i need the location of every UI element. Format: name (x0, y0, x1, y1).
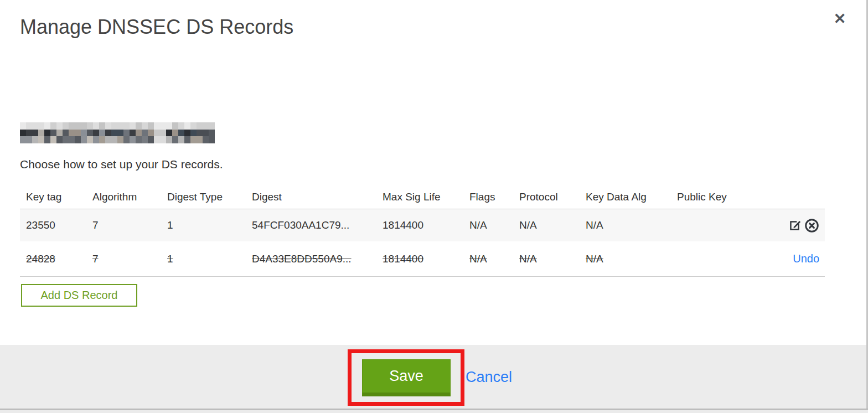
cell-algorithm: 7 (92, 219, 167, 231)
window-bottom-strip (0, 410, 868, 413)
cell-digest-type: 1 (167, 253, 252, 265)
table-row-deleted: 24828 7 1 D4A33E8DD550A9... 1814400 N/A … (20, 241, 825, 277)
remove-icon[interactable] (804, 218, 819, 233)
dnssec-modal: Manage DNSSEC DS Records ✕ Choose how to… (0, 0, 868, 413)
cell-flags: N/A (469, 253, 519, 265)
undo-link[interactable]: Undo (793, 252, 819, 265)
save-button[interactable]: Save (362, 359, 451, 396)
cancel-link[interactable]: Cancel (466, 369, 512, 386)
cell-digest: D4A33E8DD550A9... (252, 253, 383, 265)
cell-digest-type: 1 (167, 219, 252, 231)
add-ds-record-button[interactable]: Add DS Record (21, 284, 137, 307)
cell-key-tag: 24828 (26, 253, 92, 265)
cell-protocol: N/A (519, 219, 586, 231)
table-row: 23550 7 1 54FCF030AA1C79... 1814400 N/A … (20, 209, 825, 241)
row-actions (677, 218, 825, 233)
row-actions: Undo (677, 252, 825, 265)
edit-icon[interactable] (787, 218, 802, 233)
page-title: Manage DNSSEC DS Records (20, 16, 293, 39)
close-icon[interactable]: ✕ (830, 9, 850, 29)
cell-digest: 54FCF030AA1C79... (252, 219, 383, 231)
cell-max-sig-life: 1814400 (383, 219, 469, 231)
column-header-digest-type: Digest Type (167, 191, 252, 203)
cell-flags: N/A (469, 219, 519, 231)
column-header-public-key: Public Key (677, 191, 825, 203)
cell-algorithm: 7 (92, 253, 167, 265)
redacted-domain (20, 122, 215, 143)
column-header-protocol: Protocol (519, 191, 586, 203)
table-header-row: Key tag Algorithm Digest Type Digest Max… (20, 185, 825, 209)
cell-max-sig-life: 1814400 (383, 253, 469, 265)
column-header-algorithm: Algorithm (92, 191, 167, 203)
column-header-flags: Flags (469, 191, 519, 203)
ds-records-table: Key tag Algorithm Digest Type Digest Max… (20, 185, 825, 277)
column-header-max-sig-life: Max Sig Life (383, 191, 469, 203)
column-header-digest: Digest (252, 191, 383, 203)
instruction-text: Choose how to set up your DS records. (20, 158, 223, 171)
cell-key-tag: 23550 (26, 219, 92, 231)
cell-key-data-alg: N/A (586, 219, 677, 231)
cell-protocol: N/A (519, 253, 586, 265)
column-header-key-data-alg: Key Data Alg (586, 191, 677, 203)
column-header-key-tag: Key tag (26, 191, 92, 203)
cell-key-data-alg: N/A (586, 253, 677, 265)
